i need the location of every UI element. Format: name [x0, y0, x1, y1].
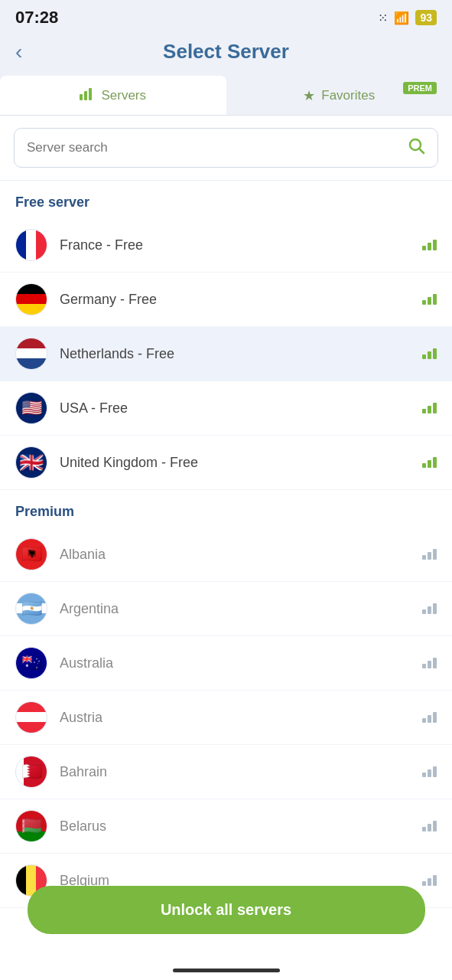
svg-rect-1 [84, 91, 87, 100]
server-item-germany[interactable]: Germany - Free [0, 273, 452, 327]
search-icon [407, 136, 425, 159]
svg-rect-0 [80, 94, 83, 100]
server-name-austria: Austria [60, 710, 422, 726]
search-input[interactable] [27, 140, 407, 155]
flag-france [15, 229, 47, 261]
cellular-icon: ⁙ [378, 11, 388, 25]
server-name-uk: United Kingdom - Free [60, 455, 422, 471]
signal-france [422, 240, 437, 250]
server-item-argentina[interactable]: 🇦🇷 Argentina [0, 582, 452, 636]
flag-netherlands [15, 338, 47, 370]
header: ‹ Select Server [0, 32, 452, 76]
favorites-icon: ★ [303, 87, 315, 104]
premium-badge: PREM [403, 82, 437, 94]
signal-albania [422, 549, 437, 560]
server-item-belarus[interactable]: 🇧🇾 Belarus [0, 799, 452, 854]
server-name-germany: Germany - Free [60, 292, 422, 308]
wifi-icon: 📶 [394, 11, 409, 25]
server-item-uk[interactable]: 🇬🇧 United Kingdom - Free [0, 436, 452, 490]
server-name-netherlands: Netherlands - Free [60, 346, 422, 362]
flag-argentina: 🇦🇷 [15, 593, 47, 625]
signal-belgium [422, 875, 437, 886]
server-name-australia: Australia [60, 655, 422, 671]
status-icons: ⁙ 📶 93 [378, 10, 437, 25]
tabs-container: Servers ★ Favorites PREM [0, 76, 452, 116]
flag-bahrain: 🇧🇭 [15, 756, 47, 788]
servers-icon [80, 87, 95, 104]
flag-usa: 🇺🇸 [15, 392, 47, 424]
server-list: Free server France - Free Germany - Free… [0, 181, 452, 980]
search-box [14, 128, 438, 168]
server-name-belarus: Belarus [60, 818, 422, 835]
signal-austria [422, 712, 437, 723]
search-container [0, 116, 452, 181]
server-item-france[interactable]: France - Free [0, 218, 452, 273]
home-indicator [173, 969, 280, 972]
battery-level: 93 [415, 10, 437, 25]
status-time: 07:28 [15, 8, 58, 28]
server-item-bahrain[interactable]: 🇧🇭 Bahrain [0, 745, 452, 799]
tab-favorites-label: Favorites [321, 88, 375, 103]
flag-belarus: 🇧🇾 [15, 810, 47, 842]
tab-servers[interactable]: Servers [0, 76, 226, 115]
flag-austria [15, 701, 47, 733]
unlock-button[interactable]: Unlock all servers [28, 886, 425, 934]
section-free-header: Free server [0, 181, 452, 218]
server-name-albania: Albania [60, 547, 422, 563]
svg-rect-2 [89, 88, 92, 100]
server-item-australia[interactable]: 🇦🇺 Australia [0, 636, 452, 691]
tab-servers-label: Servers [101, 88, 146, 103]
flag-germany [15, 283, 47, 315]
signal-netherlands [422, 348, 437, 359]
server-name-france: France - Free [60, 237, 422, 253]
signal-uk [422, 457, 437, 468]
server-item-netherlands[interactable]: Netherlands - Free [0, 327, 452, 381]
signal-belarus [422, 821, 437, 831]
server-item-usa[interactable]: 🇺🇸 USA - Free [0, 381, 452, 436]
section-premium-header: Premium [0, 490, 452, 528]
server-name-argentina: Argentina [60, 601, 422, 617]
server-item-albania[interactable]: 🇦🇱 Albania [0, 528, 452, 582]
flag-uk: 🇬🇧 [15, 446, 47, 479]
server-name-usa: USA - Free [60, 400, 422, 416]
flag-australia: 🇦🇺 [15, 647, 47, 679]
page-title: Select Server [163, 40, 289, 64]
flag-albania: 🇦🇱 [15, 538, 47, 570]
status-bar: 07:28 ⁙ 📶 93 [0, 0, 452, 32]
signal-australia [422, 658, 437, 668]
back-button[interactable]: ‹ [15, 41, 22, 63]
signal-germany [422, 294, 437, 305]
unlock-button-container: Unlock all servers [28, 886, 425, 934]
tab-favorites[interactable]: ★ Favorites PREM [226, 76, 453, 115]
signal-usa [422, 403, 437, 413]
signal-argentina [422, 603, 437, 614]
server-item-austria[interactable]: Austria [0, 691, 452, 745]
server-name-bahrain: Bahrain [60, 764, 422, 780]
signal-bahrain [422, 766, 437, 777]
svg-line-4 [420, 149, 424, 154]
